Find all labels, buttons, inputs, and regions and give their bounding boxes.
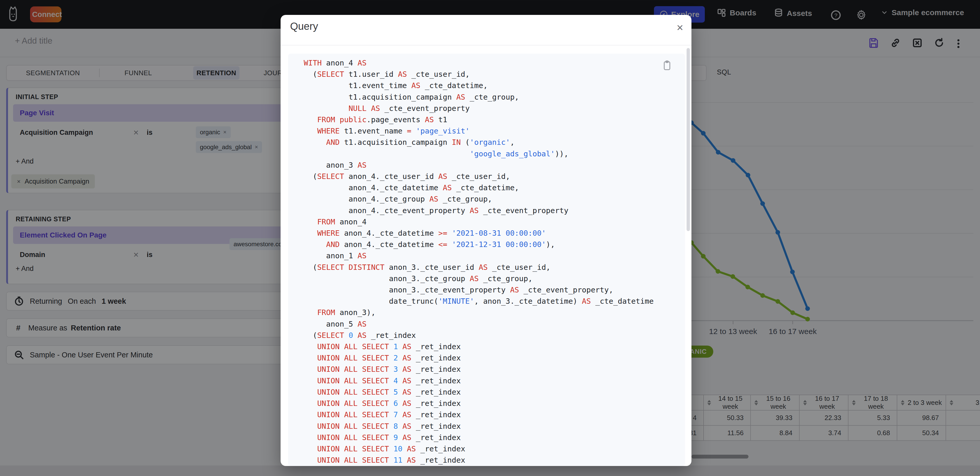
sql-code-line: AND anon_4._cte_datetime <= '2021-12-31 … <box>304 239 654 250</box>
sql-code-line: UNION ALL SELECT 8 AS _ret_index <box>304 420 654 432</box>
sql-code-line: (SELECT anon_4._cte_user_id AS _cte_user… <box>304 171 654 182</box>
dialog-title: Query <box>290 21 318 32</box>
sql-code-line: FROM anon_4 <box>304 216 654 227</box>
sql-code-line: NULL AS _cte_event_property <box>304 103 654 114</box>
copy-icon[interactable] <box>662 60 672 71</box>
sql-code-line: anon_4._cte_group AS _cte_group, <box>304 193 654 205</box>
sql-code-line: FROM public.page_events AS t1 <box>304 114 654 125</box>
sql-code-line: UNION ALL SELECT 2 AS _ret_index <box>304 352 654 363</box>
sql-code-line: t1.event_time AS _cte_datetime, <box>304 80 654 91</box>
sql-code-line: anon_3 AS <box>304 159 654 171</box>
sql-code-line: UNION ALL SELECT 10 AS _ret_index <box>304 443 654 454</box>
sql-code-line: FROM anon_3), <box>304 307 654 318</box>
sql-code-line: WITH anon_4 AS <box>304 57 654 68</box>
divider <box>281 45 692 46</box>
sql-code-line: t1.acquisition_campaign AS _cte_group, <box>304 91 654 103</box>
sql-code-line: UNION ALL SELECT 4 AS _ret_index <box>304 375 654 386</box>
sql-code-line: UNION ALL SELECT 6 AS _ret_index <box>304 398 654 409</box>
sql-code-line: UNION ALL SELECT 5 AS _ret_index <box>304 386 654 398</box>
sql-code-line: UNION ALL SELECT 3 AS _ret_index <box>304 363 654 375</box>
sql-code-line: (SELECT DISTINCT anon_3._cte_user_id AS … <box>304 262 654 273</box>
sql-code-line: anon_4._cte_datetime AS _cte_datetime, <box>304 182 654 193</box>
sql-code-line: UNION ALL SELECT 9 AS _ret_index <box>304 432 654 443</box>
sql-code-line: UNION ALL SELECT 1 AS _ret_index <box>304 341 654 352</box>
sql-code-line: AND t1.acquisition_campaign IN ('organic… <box>304 136 654 148</box>
sql-code-line: WHERE t1.event_name = 'page_visit' <box>304 125 654 136</box>
sql-code-line: anon_4._cte_event_property AS _cte_event… <box>304 205 654 216</box>
sql-code-line: 'google_ads_global')), <box>304 148 654 159</box>
sql-code-line: (SELECT t1.user_id AS _cte_user_id, <box>304 68 654 80</box>
sql-code-line: UNION ALL SELECT 7 AS _ret_index <box>304 409 654 420</box>
modal-scrollbar-thumb[interactable] <box>687 48 690 231</box>
close-icon[interactable]: ✕ <box>676 22 684 33</box>
sql-code: WITH anon_4 AS (SELECT t1.user_id AS _ct… <box>304 57 654 466</box>
sql-code-line: WHERE anon_4._cte_datetime >= '2021-08-3… <box>304 227 654 239</box>
sql-code-line: anon_3._cte_event_property AS _cte_event… <box>304 284 654 295</box>
sql-code-line: anon_1 AS <box>304 250 654 261</box>
sql-code-panel: WITH anon_4 AS (SELECT t1.user_id AS _ct… <box>288 54 685 466</box>
app-root: Connect Explore Boards Assets <box>0 0 980 476</box>
sql-code-line: (SELECT 0 AS _ret_index <box>304 330 654 341</box>
sql-code-line: date_trunc('MINUTE', anon_3._cte_datetim… <box>304 295 654 307</box>
sql-code-line: UNION ALL SELECT 11 AS _ret_index <box>304 454 654 466</box>
sql-code-line: anon_5 AS <box>304 318 654 330</box>
sql-code-line: anon_3._cte_group AS _cte_group, <box>304 273 654 284</box>
query-dialog: Query ✕ WITH anon_4 AS (SELECT t1.user_i… <box>281 15 692 466</box>
